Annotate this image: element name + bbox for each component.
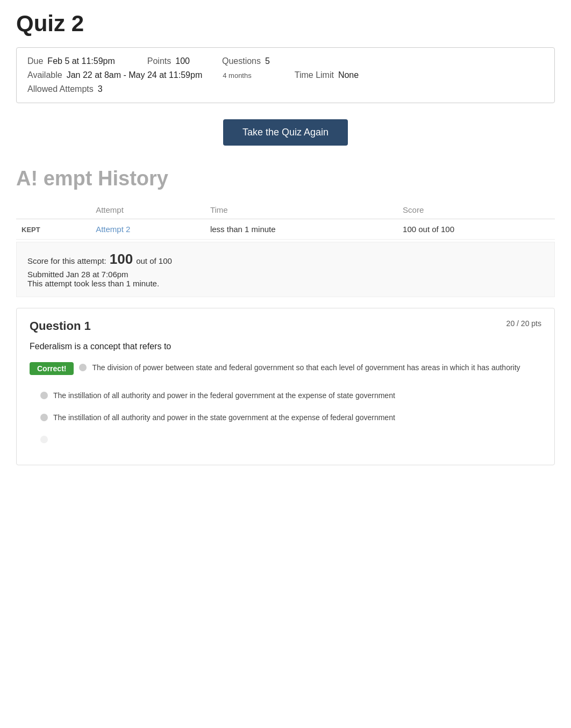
answer-option-a4 xyxy=(30,434,541,443)
radio-circle-a4 xyxy=(40,436,48,443)
attempt-history-title: A! empt History xyxy=(16,167,555,190)
time-limit-label: Time Limit xyxy=(295,70,334,80)
take-quiz-button-container: Take the Quiz Again xyxy=(16,119,555,146)
score-label: Score for this attempt: xyxy=(27,256,106,265)
correct-answer-container: Correct! The division of power between s… xyxy=(30,362,541,379)
attempt-history-table: Attempt Time Score KEPT Attempt 2 less t… xyxy=(16,201,555,240)
radio-circle-a2 xyxy=(40,392,48,399)
duration-text: This attempt took less than 1 minute. xyxy=(27,279,544,288)
due-value: Feb 5 at 11:59pm xyxy=(47,56,115,66)
table-header-row: Attempt Time Score xyxy=(16,201,555,219)
attempt-link[interactable]: Attempt 2 xyxy=(96,225,130,234)
answer-option-a3: The instillation of all authority and po… xyxy=(30,412,541,423)
take-quiz-button[interactable]: Take the Quiz Again xyxy=(223,119,348,146)
answer-text-a2: The instillation of all authority and po… xyxy=(53,390,395,401)
question-header: Question 1 20 / 20 pts xyxy=(30,319,541,333)
score-suffix: out of 100 xyxy=(136,256,172,265)
quiz-title: Quiz 2 xyxy=(16,11,555,37)
time-limit-value: None xyxy=(338,70,359,80)
score-line: Score for this attempt: 100 out of 100 xyxy=(27,251,544,268)
meta-row-due: Due Feb 5 at 11:59pm Points 100 Question… xyxy=(27,56,544,66)
col-attempt: Attempt xyxy=(90,201,205,219)
question-text: Federalism is a concept that refers to xyxy=(30,342,541,351)
table-row: KEPT Attempt 2 less than 1 minute 100 ou… xyxy=(16,219,555,240)
duration-value: 4 months xyxy=(223,71,251,80)
due-label: Due xyxy=(27,56,43,66)
col-time: Time xyxy=(205,201,397,219)
attempt-time: less than 1 minute xyxy=(205,219,397,240)
question-number: Question 1 xyxy=(30,319,91,333)
radio-circle-a3 xyxy=(40,414,48,421)
score-big: 100 xyxy=(110,251,133,268)
score-detail-box: Score for this attempt: 100 out of 100 S… xyxy=(16,242,555,297)
allowed-label: Allowed Attempts xyxy=(27,84,94,94)
answer-text-a3: The instillation of all authority and po… xyxy=(53,412,395,423)
attempt-score: 100 out of 100 xyxy=(397,219,555,240)
kept-label: KEPT xyxy=(22,226,40,234)
available-value: Jan 22 at 8am - May 24 at 11:59pm xyxy=(67,70,203,80)
question-card-1: Question 1 20 / 20 pts Federalism is a c… xyxy=(16,308,555,465)
answer-option-a2: The instillation of all authority and po… xyxy=(30,390,541,401)
correct-badge: Correct! xyxy=(30,362,74,375)
submitted-text: Submitted Jan 28 at 7:06pm xyxy=(27,270,544,279)
questions-label: Questions xyxy=(222,56,261,66)
questions-value: 5 xyxy=(265,56,270,66)
meta-row-available: Available Jan 22 at 8am - May 24 at 11:5… xyxy=(27,70,544,80)
available-label: Available xyxy=(27,70,62,80)
radio-circle-a1 xyxy=(79,364,87,371)
col-score: Score xyxy=(397,201,555,219)
answer-text-a1: The division of power between state and … xyxy=(92,362,520,373)
quiz-meta-box: Due Feb 5 at 11:59pm Points 100 Question… xyxy=(16,47,555,103)
points-label: Points xyxy=(147,56,171,66)
meta-row-attempts: Allowed Attempts 3 xyxy=(27,84,544,94)
col-kept xyxy=(16,201,90,219)
question-pts: 20 / 20 pts xyxy=(506,319,541,328)
points-value: 100 xyxy=(175,56,190,66)
allowed-value: 3 xyxy=(98,84,103,94)
